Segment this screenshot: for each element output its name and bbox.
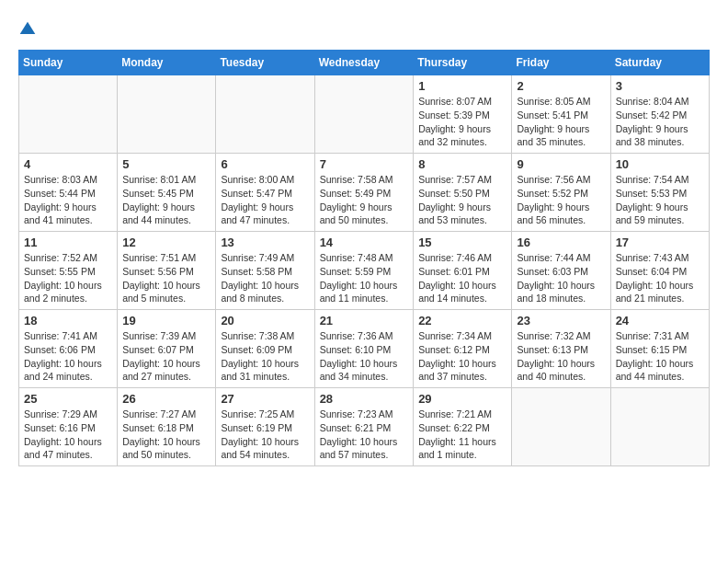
calendar-cell — [314, 75, 414, 154]
calendar-header-wednesday: Wednesday — [314, 51, 414, 75]
day-number: 14 — [320, 236, 409, 249]
day-number: 16 — [517, 236, 605, 249]
day-number: 11 — [24, 236, 112, 249]
day-info: Sunrise: 7:41 AM Sunset: 6:06 PM Dayligh… — [24, 329, 112, 384]
calendar-cell: 17Sunrise: 7:43 AM Sunset: 6:04 PM Dayli… — [610, 232, 709, 310]
day-number: 5 — [122, 157, 210, 171]
day-info: Sunrise: 7:48 AM Sunset: 5:59 PM Dayligh… — [320, 251, 409, 305]
calendar-cell: 5Sunrise: 8:01 AM Sunset: 5:45 PM Daylig… — [118, 154, 216, 232]
calendar-cell: 8Sunrise: 7:57 AM Sunset: 5:50 PM Daylig… — [414, 154, 512, 232]
calendar-cell: 16Sunrise: 7:44 AM Sunset: 6:03 PM Dayli… — [512, 232, 610, 310]
day-number: 15 — [418, 236, 506, 249]
day-number: 18 — [24, 314, 112, 327]
day-info: Sunrise: 8:05 AM Sunset: 5:41 PM Dayligh… — [517, 95, 605, 149]
day-info: Sunrise: 7:29 AM Sunset: 6:16 PM Dayligh… — [24, 408, 112, 462]
day-info: Sunrise: 7:34 AM Sunset: 6:12 PM Dayligh… — [418, 329, 506, 384]
calendar-cell: 14Sunrise: 7:48 AM Sunset: 5:59 PM Dayli… — [314, 232, 414, 310]
day-number: 8 — [418, 157, 506, 171]
calendar-cell: 20Sunrise: 7:38 AM Sunset: 6:09 PM Dayli… — [216, 310, 314, 388]
page-header — [18, 18, 710, 40]
calendar-cell: 25Sunrise: 7:29 AM Sunset: 6:16 PM Dayli… — [19, 388, 118, 466]
calendar-cell: 28Sunrise: 7:23 AM Sunset: 6:21 PM Dayli… — [314, 388, 414, 466]
calendar-header-friday: Friday — [512, 51, 610, 75]
calendar-cell — [512, 388, 610, 466]
calendar-header-sunday: Sunday — [19, 51, 118, 75]
day-number: 13 — [221, 236, 309, 249]
calendar-cell — [216, 75, 314, 154]
calendar-cell: 13Sunrise: 7:49 AM Sunset: 5:58 PM Dayli… — [216, 232, 314, 310]
logo-icon — [18, 20, 37, 39]
day-info: Sunrise: 7:36 AM Sunset: 6:10 PM Dayligh… — [320, 329, 409, 384]
day-number: 21 — [320, 314, 409, 327]
calendar-cell: 2Sunrise: 8:05 AM Sunset: 5:41 PM Daylig… — [512, 75, 610, 154]
day-number: 26 — [122, 392, 210, 406]
day-info: Sunrise: 7:27 AM Sunset: 6:18 PM Dayligh… — [122, 408, 210, 462]
calendar-week-row-4: 18Sunrise: 7:41 AM Sunset: 6:06 PM Dayli… — [19, 310, 710, 388]
calendar-header-monday: Monday — [118, 51, 216, 75]
day-number: 12 — [122, 236, 210, 249]
day-info: Sunrise: 8:04 AM Sunset: 5:42 PM Dayligh… — [616, 95, 704, 149]
day-number: 23 — [517, 314, 605, 327]
day-number: 2 — [517, 79, 605, 93]
calendar-cell: 1Sunrise: 8:07 AM Sunset: 5:39 PM Daylig… — [414, 75, 512, 154]
day-info: Sunrise: 7:49 AM Sunset: 5:58 PM Dayligh… — [221, 251, 309, 305]
calendar-cell: 22Sunrise: 7:34 AM Sunset: 6:12 PM Dayli… — [414, 310, 512, 388]
calendar-header-tuesday: Tuesday — [216, 51, 314, 75]
day-number: 6 — [221, 157, 309, 171]
day-number: 25 — [24, 392, 112, 406]
calendar-cell: 26Sunrise: 7:27 AM Sunset: 6:18 PM Dayli… — [118, 388, 216, 466]
day-info: Sunrise: 7:23 AM Sunset: 6:21 PM Dayligh… — [320, 408, 409, 462]
day-number: 7 — [320, 157, 409, 171]
day-info: Sunrise: 7:52 AM Sunset: 5:55 PM Dayligh… — [24, 251, 112, 305]
calendar-table: SundayMondayTuesdayWednesdayThursdayFrid… — [18, 50, 710, 466]
day-number: 22 — [418, 314, 506, 327]
calendar-cell: 4Sunrise: 8:03 AM Sunset: 5:44 PM Daylig… — [19, 154, 118, 232]
day-number: 10 — [616, 157, 704, 171]
calendar-week-row-5: 25Sunrise: 7:29 AM Sunset: 6:16 PM Dayli… — [19, 388, 710, 466]
calendar-cell: 7Sunrise: 7:58 AM Sunset: 5:49 PM Daylig… — [314, 154, 414, 232]
day-info: Sunrise: 7:57 AM Sunset: 5:50 PM Dayligh… — [418, 173, 506, 227]
day-number: 28 — [320, 392, 409, 406]
calendar-week-row-2: 4Sunrise: 8:03 AM Sunset: 5:44 PM Daylig… — [19, 154, 710, 232]
day-info: Sunrise: 7:31 AM Sunset: 6:15 PM Dayligh… — [616, 329, 704, 384]
calendar-cell: 11Sunrise: 7:52 AM Sunset: 5:55 PM Dayli… — [19, 232, 118, 310]
day-info: Sunrise: 7:43 AM Sunset: 6:04 PM Dayligh… — [616, 251, 704, 305]
day-info: Sunrise: 7:25 AM Sunset: 6:19 PM Dayligh… — [221, 408, 309, 462]
day-number: 24 — [616, 314, 704, 327]
day-number: 1 — [418, 79, 506, 93]
day-number: 9 — [517, 157, 605, 171]
calendar-week-row-1: 1Sunrise: 8:07 AM Sunset: 5:39 PM Daylig… — [19, 75, 710, 154]
day-info: Sunrise: 7:39 AM Sunset: 6:07 PM Dayligh… — [122, 329, 210, 384]
day-info: Sunrise: 7:58 AM Sunset: 5:49 PM Dayligh… — [320, 173, 409, 227]
calendar-week-row-3: 11Sunrise: 7:52 AM Sunset: 5:55 PM Dayli… — [19, 232, 710, 310]
calendar-cell: 18Sunrise: 7:41 AM Sunset: 6:06 PM Dayli… — [19, 310, 118, 388]
logo — [18, 18, 40, 40]
svg-marker-0 — [20, 22, 36, 34]
calendar-cell — [19, 75, 118, 154]
day-info: Sunrise: 7:32 AM Sunset: 6:13 PM Dayligh… — [517, 329, 605, 384]
day-number: 17 — [616, 236, 704, 249]
calendar-header-saturday: Saturday — [610, 51, 709, 75]
day-info: Sunrise: 7:21 AM Sunset: 6:22 PM Dayligh… — [418, 408, 506, 462]
calendar-cell: 27Sunrise: 7:25 AM Sunset: 6:19 PM Dayli… — [216, 388, 314, 466]
calendar-cell: 21Sunrise: 7:36 AM Sunset: 6:10 PM Dayli… — [314, 310, 414, 388]
day-info: Sunrise: 8:07 AM Sunset: 5:39 PM Dayligh… — [418, 95, 506, 149]
day-info: Sunrise: 7:56 AM Sunset: 5:52 PM Dayligh… — [517, 173, 605, 227]
calendar-cell: 6Sunrise: 8:00 AM Sunset: 5:47 PM Daylig… — [216, 154, 314, 232]
day-info: Sunrise: 8:03 AM Sunset: 5:44 PM Dayligh… — [24, 173, 112, 227]
day-info: Sunrise: 7:44 AM Sunset: 6:03 PM Dayligh… — [517, 251, 605, 305]
day-info: Sunrise: 8:01 AM Sunset: 5:45 PM Dayligh… — [122, 173, 210, 227]
calendar-cell: 10Sunrise: 7:54 AM Sunset: 5:53 PM Dayli… — [610, 154, 709, 232]
day-number: 29 — [418, 392, 506, 406]
calendar-cell: 15Sunrise: 7:46 AM Sunset: 6:01 PM Dayli… — [414, 232, 512, 310]
calendar-cell — [610, 388, 709, 466]
day-number: 20 — [221, 314, 309, 327]
day-info: Sunrise: 7:46 AM Sunset: 6:01 PM Dayligh… — [418, 251, 506, 305]
day-number: 27 — [221, 392, 309, 406]
day-number: 3 — [616, 79, 704, 93]
day-info: Sunrise: 7:51 AM Sunset: 5:56 PM Dayligh… — [122, 251, 210, 305]
calendar-header-row: SundayMondayTuesdayWednesdayThursdayFrid… — [19, 51, 710, 75]
calendar-cell — [118, 75, 216, 154]
day-number: 4 — [24, 157, 112, 171]
calendar-cell: 19Sunrise: 7:39 AM Sunset: 6:07 PM Dayli… — [118, 310, 216, 388]
